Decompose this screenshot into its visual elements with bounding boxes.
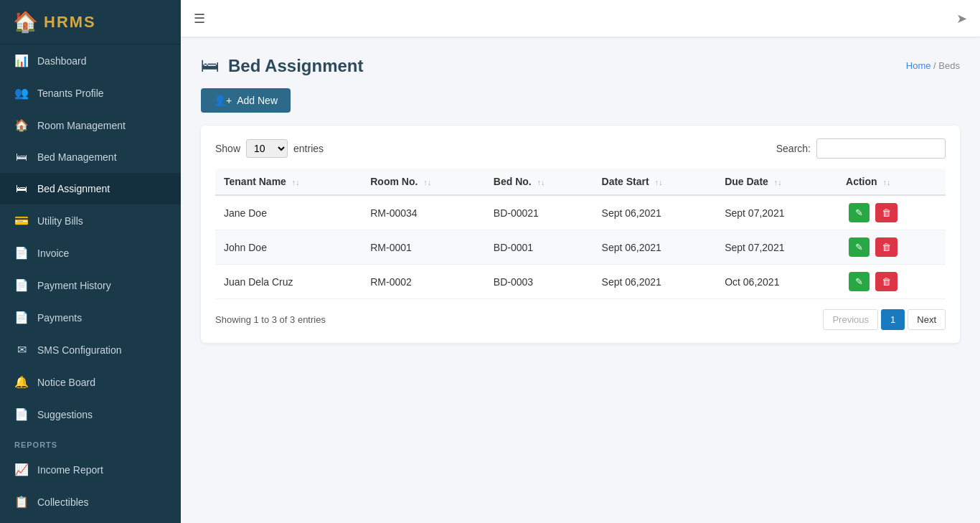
sidebar-label-collectibles: Collectibles [37,496,89,508]
col-label-action: Action [846,176,877,187]
add-new-button[interactable]: 👤+ Add New [201,88,291,113]
show-label: Show [215,143,240,154]
cell-action: ✎ 🗑 [837,265,946,299]
col-bed-no[interactable]: Bed No. ↑↓ [485,169,593,195]
cell-bed-no: BD-0003 [485,265,593,299]
sidebar-item-dashboard[interactable]: 📊 Dashboard [0,44,181,77]
sidebar-item-payment-history[interactable]: 📄 Payment History [0,269,181,301]
sidebar-item-payments[interactable]: 📄 Payments [0,301,181,334]
bed-management-icon: 🛏 [14,151,29,164]
showing-text: Showing 1 to 3 of 3 entries [215,314,326,325]
utility-bills-icon: 💳 [14,214,29,227]
sort-icon-action: ↑↓ [882,178,890,187]
col-date-start[interactable]: Date Start ↑↓ [593,169,717,195]
topbar-right: ➤ [956,11,967,27]
sidebar-item-tenants-profile[interactable]: 👥 Tenants Profile [0,77,181,109]
sidebar-item-collectibles[interactable]: 📋 Collectibles [0,486,181,518]
bed-assignment-table: Tenant Name ↑↓ Room No. ↑↓ Bed No. ↑↓ [215,169,946,299]
col-room-no[interactable]: Room No. ↑↓ [362,169,485,195]
table-controls: Show 10 25 50 100 entries Search: [215,138,946,159]
show-entries-area: Show 10 25 50 100 entries [215,139,324,158]
breadcrumb: Home / Beds [906,60,960,71]
sort-icon-date-start[interactable]: ↑↓ [655,178,663,187]
edit-button[interactable]: ✎ [849,237,870,257]
sidebar-item-utility-bills[interactable]: 💳 Utility Bills [0,204,181,237]
table-row: Juan Dela Cruz RM-0002 BD-0003 Sept 06,2… [215,265,946,299]
page-header: 🛏 Bed Assignment Home / Beds [201,55,960,77]
col-due-date[interactable]: Due Date ↑↓ [716,169,837,195]
table-card: Show 10 25 50 100 entries Search: [201,126,960,343]
col-action: Action ↑↓ [837,169,946,195]
sidebar: 🏠 HRMS 📊 Dashboard 👥 Tenants Profile 🏠 R… [0,0,181,523]
table-header-row: Tenant Name ↑↓ Room No. ↑↓ Bed No. ↑↓ [215,169,946,195]
sidebar-label-suggestions: Suggestions [37,409,93,420]
sort-icon-room-no[interactable]: ↑↓ [423,178,431,187]
entries-label: entries [293,143,324,154]
notice-board-icon: 🔔 [14,375,29,389]
entries-select[interactable]: 10 25 50 100 [246,139,288,158]
add-new-icon: 👤+ [214,95,232,106]
tenants-profile-icon: 👥 [14,86,29,100]
cell-due-date: Oct 06,2021 [716,265,837,299]
breadcrumb-current: Beds [938,60,960,71]
table-body: Jane Doe RM-00034 BD-00021 Sept 06,2021 … [215,195,946,299]
cell-bed-no: BD-00021 [485,195,593,230]
page-title-area: 🛏 Bed Assignment [201,55,363,77]
cell-room-no: RM-00034 [362,195,485,230]
suggestions-icon: 📄 [14,407,29,421]
cell-action: ✎ 🗑 [837,230,946,265]
edit-button[interactable]: ✎ [849,272,870,291]
sidebar-item-notice-board[interactable]: 🔔 Notice Board [0,366,181,398]
page-1-button[interactable]: 1 [881,309,905,330]
reports-section-label: REPORTS [0,430,181,453]
edit-button[interactable]: ✎ [849,203,870,222]
topbar-left: ☰ [194,11,205,27]
table-row: Jane Doe RM-00034 BD-00021 Sept 06,2021 … [215,195,946,230]
sidebar-item-sms-configuration[interactable]: ✉ SMS Configuration [0,334,181,366]
sort-icon-tenant-name[interactable]: ↑↓ [292,178,300,187]
cell-date-start: Sept 06,2021 [593,265,717,299]
breadcrumb-separator: / [933,60,936,71]
invoice-icon: 📄 [14,246,29,260]
cell-date-start: Sept 06,2021 [593,195,717,230]
pagination: Previous 1 Next [823,309,946,330]
delete-button[interactable]: 🗑 [875,272,897,291]
cell-date-start: Sept 06,2021 [593,230,717,265]
col-label-bed-no: Bed No. [494,176,532,187]
sidebar-item-bed-management[interactable]: 🛏 Bed Management [0,141,181,173]
main-content: ☰ ➤ 🛏 Bed Assignment Home / Beds 👤+ Add … [181,0,980,523]
table-footer: Showing 1 to 3 of 3 entries Previous 1 N… [215,309,946,330]
col-tenant-name[interactable]: Tenant Name ↑↓ [215,169,362,195]
payment-history-icon: 📄 [14,278,29,292]
search-label: Search: [776,143,811,154]
table-row: John Doe RM-0001 BD-0001 Sept 06,2021 Se… [215,230,946,265]
sidebar-label-bed-assignment: Bed Assignment [37,183,110,194]
previous-button[interactable]: Previous [823,309,878,330]
cell-action: ✎ 🗑 [837,195,946,230]
search-input[interactable] [816,138,946,159]
cell-tenant-name: John Doe [215,230,362,265]
sidebar-label-tenants-profile: Tenants Profile [37,88,104,99]
sidebar-item-bed-assignment[interactable]: 🛏 Bed Assignment [0,173,181,204]
cell-room-no: RM-0002 [362,265,485,299]
hamburger-icon[interactable]: ☰ [194,11,205,27]
sidebar-item-room-management[interactable]: 🏠 Room Management [0,109,181,141]
sidebar-item-invoice[interactable]: 📄 Invoice [0,237,181,269]
next-button[interactable]: Next [908,309,946,330]
sort-icon-bed-no[interactable]: ↑↓ [537,178,545,187]
sort-icon-due-date[interactable]: ↑↓ [774,178,782,187]
sms-icon: ✉ [14,343,29,357]
delete-button[interactable]: 🗑 [875,237,897,257]
sidebar-label-income-report: Income Report [37,464,103,476]
logo-text: HRMS [44,13,96,32]
breadcrumb-home[interactable]: Home [906,60,931,71]
logout-icon[interactable]: ➤ [956,11,967,27]
delete-button[interactable]: 🗑 [875,203,897,222]
sidebar-label-room-management: Room Management [37,120,126,131]
cell-bed-no: BD-0001 [485,230,593,265]
sidebar-item-income-report[interactable]: 📈 Income Report [0,453,181,486]
sidebar-label-utility-bills: Utility Bills [37,215,83,227]
col-label-date-start: Date Start [602,176,649,187]
sidebar-item-suggestions[interactable]: 📄 Suggestions [0,398,181,430]
col-label-room-no: Room No. [370,176,418,187]
